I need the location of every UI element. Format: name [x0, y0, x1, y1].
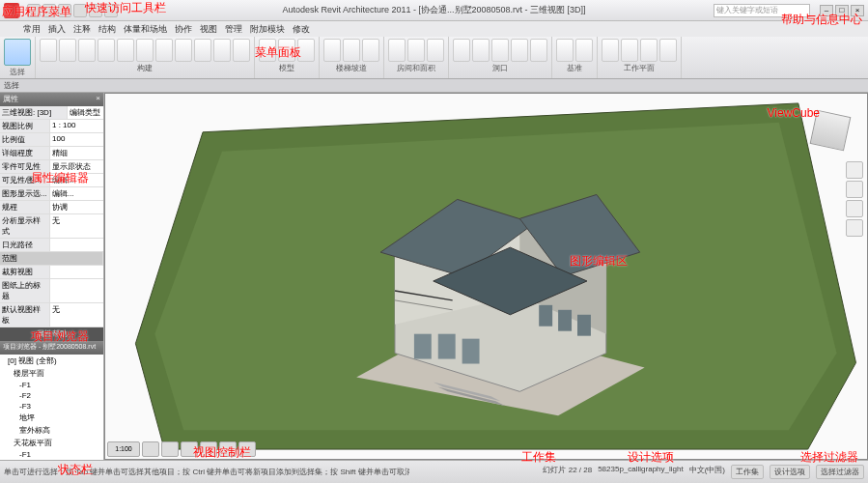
tree-item[interactable]: -F3	[0, 401, 103, 412]
tree-item[interactable]: 室外标高	[0, 424, 103, 437]
hide-icon[interactable]	[238, 441, 256, 457]
ribbon-btn-天花板[interactable]	[155, 39, 173, 62]
steering-wheel-icon[interactable]	[846, 161, 863, 179]
properties-help[interactable]: 属性帮助	[0, 327, 103, 341]
viewport[interactable]: 1:100	[104, 93, 868, 460]
viewcube[interactable]	[810, 110, 852, 152]
ribbon-btn-标记[interactable]	[427, 39, 444, 62]
ribbon-btn-窗[interactable]	[78, 39, 96, 62]
ribbon-btn-幕墙网格[interactable]	[213, 39, 231, 62]
ribbon-btn-显示[interactable]	[621, 39, 638, 62]
prop-value[interactable]: 1 : 100	[50, 120, 103, 132]
pan-icon[interactable]	[846, 181, 863, 198]
filter-button[interactable]: 选择过滤器	[816, 465, 864, 479]
menu-协作[interactable]: 协作	[175, 23, 192, 36]
close-button[interactable]: ×	[851, 5, 864, 16]
ribbon-btn-墙[interactable]	[40, 39, 57, 62]
ribbon-btn-楼梯[interactable]	[362, 39, 379, 62]
menu-管理[interactable]: 管理	[225, 23, 242, 36]
ribbon-btn-栏杆扶手[interactable]	[323, 39, 341, 62]
prop-key: 日光路径	[0, 239, 50, 251]
minimize-button[interactable]: –	[820, 5, 833, 16]
menu-插入[interactable]: 插入	[48, 23, 66, 36]
ribbon-btn-老虎窗[interactable]	[530, 39, 547, 62]
ribbon-btn-屋顶[interactable]	[136, 39, 154, 62]
ribbon-btn-模型线[interactable]	[278, 39, 295, 62]
browser-header[interactable]: 项目浏览器 - 别墅20080508.rvt	[0, 341, 103, 355]
prop-value[interactable]: 精细	[50, 147, 103, 159]
qat-open-icon[interactable]	[73, 4, 87, 17]
detail-level-icon[interactable]	[142, 441, 159, 457]
prop-value[interactable]: 编辑...	[50, 187, 103, 200]
type-selector[interactable]: 三维视图: [3D]	[0, 106, 68, 119]
ribbon-btn-竖井[interactable]	[472, 39, 490, 62]
ribbon-btn-设置[interactable]	[602, 39, 619, 62]
properties-header[interactable]: 属性×	[0, 93, 103, 106]
design-option-button[interactable]: 设计选项	[770, 465, 810, 479]
ribbon-btn-垂直[interactable]	[511, 39, 528, 62]
qat-sync-icon[interactable]	[89, 4, 102, 17]
tree-item[interactable]: 楼层平面	[0, 367, 103, 380]
ribbon-btn-竖梃[interactable]	[233, 39, 250, 62]
ribbon-btn-按面[interactable]	[453, 39, 470, 62]
prop-value[interactable]: 无	[50, 214, 103, 238]
ribbon-btn-查看器[interactable]	[659, 39, 677, 62]
ribbon-btn-面积[interactable]	[407, 39, 425, 62]
prop-value[interactable]: 编辑...	[50, 174, 103, 186]
tree-item[interactable]: -F1	[0, 380, 103, 390]
prop-value[interactable]	[50, 239, 103, 251]
drawing-canvas[interactable]	[105, 94, 867, 459]
sun-path-icon[interactable]	[181, 441, 198, 457]
visual-style-icon[interactable]	[161, 441, 179, 457]
ribbon-btn-楼板[interactable]	[175, 39, 192, 62]
menu-修改[interactable]: 修改	[293, 23, 310, 36]
qat-undo-icon[interactable]	[42, 4, 56, 17]
crop-icon[interactable]	[219, 441, 237, 457]
menu-体量和场地[interactable]: 体量和场地	[124, 23, 167, 36]
tree-item[interactable]: -F1	[0, 449, 103, 460]
tree-item[interactable]: 地坪	[0, 412, 103, 424]
shadows-icon[interactable]	[200, 441, 217, 457]
tree-item[interactable]: [0] 视图 (全部)	[0, 355, 103, 367]
ribbon-btn-模型组[interactable]	[297, 39, 315, 62]
prop-value[interactable]: 无	[50, 303, 103, 327]
ribbon-btn-模型文字[interactable]	[259, 39, 276, 62]
scale-button[interactable]: 1:100	[107, 441, 140, 457]
app-menu-icon[interactable]	[4, 3, 19, 18]
ribbon-btn-墙[interactable]	[491, 39, 509, 62]
prop-value[interactable]	[50, 279, 103, 302]
qat-redo-icon[interactable]	[58, 4, 71, 17]
zoom-icon[interactable]	[846, 200, 863, 217]
ribbon-btn-轴网[interactable]	[575, 39, 593, 62]
maximize-button[interactable]: □	[835, 5, 849, 16]
ribbon-btn-标高[interactable]	[556, 39, 574, 62]
ribbon-btn-门[interactable]	[59, 39, 76, 62]
menu-结构[interactable]: 结构	[98, 23, 116, 36]
ribbon-btn-幕墙系统[interactable]	[194, 39, 211, 62]
close-icon[interactable]: ×	[96, 94, 100, 105]
menu-注释[interactable]: 注释	[73, 23, 91, 36]
tree-item[interactable]: 天花板平面	[0, 437, 103, 449]
ribbon-btn-参照[interactable]	[640, 39, 658, 62]
ribbon-btn-修改[interactable]	[4, 39, 31, 66]
ribbon-btn-坡道[interactable]	[343, 39, 360, 62]
prop-value[interactable]	[50, 266, 103, 278]
orbit-icon[interactable]	[846, 219, 863, 237]
prop-value[interactable]: 100	[50, 133, 103, 146]
ribbon-btn-构件[interactable]	[98, 39, 115, 62]
menu-视图[interactable]: 视图	[200, 23, 217, 36]
ribbon-btn-柱[interactable]	[117, 39, 134, 62]
menu-附加模块[interactable]: 附加模块	[250, 23, 285, 36]
qat-save-icon[interactable]	[27, 4, 41, 17]
menu-常用[interactable]: 常用	[23, 23, 41, 36]
tree-item[interactable]: -F2	[0, 390, 103, 401]
browser-title: 项目浏览器 - 别墅20080508.rvt	[3, 342, 96, 354]
workset-button[interactable]: 工作集	[731, 465, 764, 479]
ribbon-btn-房间[interactable]	[388, 39, 406, 62]
prop-value[interactable]: 协调	[50, 201, 103, 213]
project-browser[interactable]: [0] 视图 (全部)楼层平面-F1-F2-F3地坪室外标高天花板平面-F1-F…	[0, 355, 103, 460]
prop-value[interactable]: 显示原状态	[50, 160, 103, 173]
qat-print-icon[interactable]	[104, 4, 118, 17]
help-search-input[interactable]: 键入关键字或短语	[714, 4, 810, 17]
edit-type-button[interactable]: 编辑类型	[68, 106, 103, 119]
